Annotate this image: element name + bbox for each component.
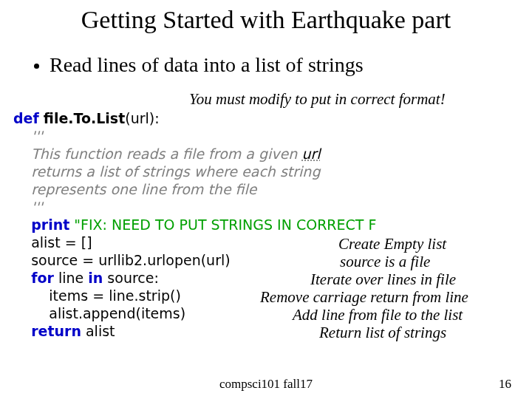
docstring-open: ''' [31,128,43,144]
kw-print: print [31,216,69,233]
page-number: 16 [499,377,511,392]
fn-name: file.To.List [44,110,125,126]
code-append: alist.append(items) [49,305,185,321]
code-strip: items = line.strip() [49,287,180,304]
kw-in: in [88,270,103,286]
str-fix: "FIX: NEED TO PUT STRINGS IN CORRECT F [74,216,376,233]
kw-for: for [31,270,54,286]
docstring-l3: represents one line from the file [31,181,256,197]
slide-title: Getting Started with Earthquake part [0,6,532,34]
docstring-l2: returns a list of strings where each str… [31,163,320,180]
docstring-url: url [301,146,320,162]
annot-return: Return list of strings [319,324,446,342]
code-for-b: source: [103,270,159,286]
note-modify: You must modify to put in correct format… [189,90,446,109]
code-source: source = urllib2.urlopen(url) [31,252,230,268]
bullet-item: Read lines of data into a list of string… [34,53,364,77]
docstring-close: ''' [31,199,43,215]
annot-iterate: Iterate over lines in file [310,270,456,289]
docstring-l1a: This function reads a file from a given [31,146,301,162]
annot-append: Add line from file to the list [293,306,463,324]
code-return-b: alist [81,323,115,339]
code-alist-init: alist = [] [31,234,92,250]
slide: Getting Started with Earthquake part Rea… [0,0,532,399]
kw-def: def [13,110,39,126]
annot-strip: Remove carriage return from line [260,288,468,307]
fn-args: (url) [125,110,154,126]
kw-return: return [31,323,81,339]
annot-source-file: source is a file [340,253,430,271]
annot-empty-list: Create Empty list [338,235,446,253]
footer-center: compsci101 fall17 [0,377,532,392]
bullet-text: Read lines of data into a list of string… [50,53,364,77]
bullet-icon [34,64,39,69]
code-for-a: line [58,270,88,286]
